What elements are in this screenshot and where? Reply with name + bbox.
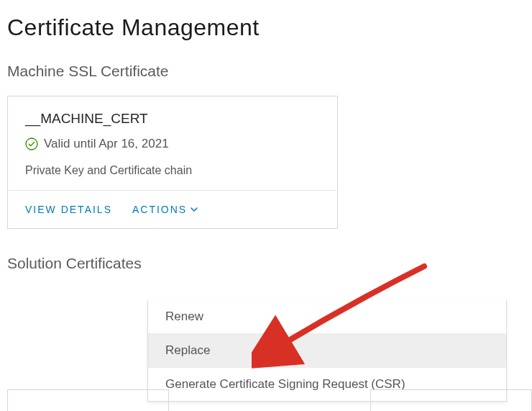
chevron-down-icon [190,205,198,214]
solution-cards-row [7,389,532,411]
card-actions-bar: VIEW DETAILS ACTIONS [8,190,337,228]
view-details-button[interactable]: VIEW DETAILS [25,204,112,215]
actions-label: ACTIONS [132,204,187,215]
section-title-machine-ssl: Machine SSL Certificate [7,63,525,80]
validity-text: Valid until Apr 16, 2021 [44,137,169,151]
menu-item-renew[interactable]: Renew [148,300,506,333]
machine-cert-card: __MACHINE_CERT Valid until Apr 16, 2021 … [7,96,338,229]
card-body: __MACHINE_CERT Valid until Apr 16, 2021 … [8,96,337,190]
solution-card-stub [7,389,169,411]
valid-check-icon [25,137,38,150]
validity-row: Valid until Apr 16, 2021 [25,137,320,151]
cert-description: Private Key and Certificate chain [25,164,320,177]
solution-card-stub [370,389,532,411]
page-title: Certificate Management [7,14,525,41]
actions-dropdown-button[interactable]: ACTIONS [132,204,198,215]
menu-item-replace[interactable]: Replace [148,333,506,367]
svg-point-0 [26,138,37,150]
page-root: Certificate Management Machine SSL Certi… [0,0,532,272]
cert-name: __MACHINE_CERT [25,111,320,127]
section-title-solution: Solution Certificates [7,255,525,272]
actions-dropdown-menu: Renew Replace Generate Certificate Signi… [147,300,507,402]
